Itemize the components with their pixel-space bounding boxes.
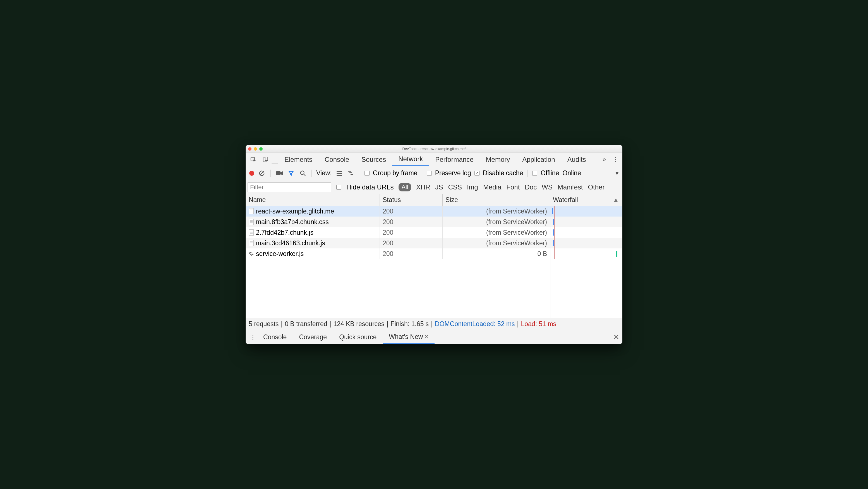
preserve-log-checkbox[interactable] (427, 171, 432, 176)
gear-icon (249, 251, 254, 256)
inspect-element-icon[interactable] (247, 156, 259, 163)
device-toolbar-icon[interactable] (259, 156, 272, 163)
filter-type-all[interactable]: All (399, 183, 411, 192)
drawer-tab-coverage[interactable]: Coverage (293, 330, 333, 344)
camera-icon[interactable] (275, 171, 284, 176)
titlebar: DevTools - react-sw-example.glitch.me/ (246, 145, 622, 153)
status-requests: 5 requests (249, 320, 279, 328)
large-rows-icon[interactable] (335, 171, 344, 176)
request-size: (from ServiceWorker) (443, 206, 550, 217)
main-tab-bar: ElementsConsoleSourcesNetworkPerformance… (246, 153, 622, 166)
tab-performance[interactable]: Performance (429, 153, 479, 166)
hide-data-urls-label: Hide data URLs (346, 183, 394, 191)
filter-type-manifest[interactable]: Manifest (558, 183, 583, 191)
request-status: 200 (380, 238, 443, 249)
tab-elements[interactable]: Elements (278, 153, 318, 166)
drawer-tab-quick-source[interactable]: Quick source (333, 330, 383, 344)
status-finish: Finish: 1.65 s (391, 320, 429, 328)
search-icon[interactable] (299, 170, 307, 176)
column-name[interactable]: Name (246, 194, 380, 206)
filter-type-media[interactable]: Media (483, 183, 501, 191)
sort-indicator-icon: ▲ (613, 196, 619, 204)
request-size: 0 B (443, 249, 550, 259)
filter-type-css[interactable]: CSS (448, 183, 462, 191)
close-icon[interactable]: × (425, 333, 428, 341)
filter-type-ws[interactable]: WS (542, 183, 553, 191)
status-transferred: 0 B transferred (285, 320, 327, 328)
svg-rect-5 (276, 171, 280, 175)
throttling-select[interactable]: Online (562, 169, 581, 177)
status-resources: 124 KB resources (334, 320, 384, 328)
svg-line-7 (304, 174, 305, 175)
waterfall-view-icon[interactable] (347, 171, 355, 176)
record-button[interactable] (249, 171, 254, 176)
drawer-close-button[interactable]: ✕ (613, 333, 619, 342)
tab-console[interactable]: Console (318, 153, 355, 166)
request-size: (from ServiceWorker) (443, 217, 550, 227)
svg-line-4 (260, 171, 264, 175)
svg-rect-9 (337, 173, 342, 174)
file-icon (249, 219, 254, 225)
table-row[interactable]: react-sw-example.glitch.me200(from Servi… (246, 206, 622, 217)
filter-type-other[interactable]: Other (588, 183, 604, 191)
svg-rect-10 (337, 175, 342, 176)
tab-audits[interactable]: Audits (561, 153, 592, 166)
request-size: (from ServiceWorker) (443, 227, 550, 238)
request-name: main.8fb3a7b4.chunk.css (256, 218, 329, 226)
view-label: View: (316, 169, 332, 177)
tab-application[interactable]: Application (516, 153, 561, 166)
table-row[interactable]: service-worker.js2000 B (246, 249, 622, 259)
filter-type-doc[interactable]: Doc (525, 183, 537, 191)
table-row[interactable]: main.8fb3a7b4.chunk.css200(from ServiceW… (246, 217, 622, 227)
tab-network[interactable]: Network (392, 153, 429, 166)
svg-rect-8 (337, 171, 342, 172)
request-table: react-sw-example.glitch.me200(from Servi… (246, 206, 622, 318)
status-bar: 5 requests | 0 B transferred | 124 KB re… (246, 318, 622, 330)
column-size[interactable]: Size (443, 194, 550, 206)
svg-rect-2 (265, 157, 268, 161)
disable-cache-checkbox[interactable] (474, 171, 479, 176)
disable-cache-label: Disable cache (483, 169, 523, 177)
file-icon (249, 229, 254, 235)
request-status: 200 (380, 227, 443, 238)
file-icon (249, 240, 254, 246)
settings-kebab-icon[interactable]: ⋮ (610, 156, 621, 163)
offline-checkbox[interactable] (532, 171, 537, 176)
filter-type-xhr[interactable]: XHR (416, 183, 430, 191)
drawer-tab-console[interactable]: Console (257, 330, 293, 344)
tab-memory[interactable]: Memory (480, 153, 516, 166)
request-name: react-sw-example.glitch.me (256, 208, 334, 215)
window-title: DevTools - react-sw-example.glitch.me/ (246, 147, 622, 151)
hide-data-urls-checkbox[interactable] (336, 185, 341, 190)
request-waterfall (550, 249, 622, 259)
table-row[interactable]: main.3cd46163.chunk.js200(from ServiceWo… (246, 238, 622, 249)
drawer-tab-what-s-new[interactable]: What's New × (383, 330, 434, 344)
filter-input[interactable] (248, 182, 331, 192)
drawer-kebab-icon[interactable]: ⋮ (249, 334, 257, 341)
filter-type-js[interactable]: JS (435, 183, 443, 191)
column-status[interactable]: Status (380, 194, 443, 206)
throttling-dropdown-icon[interactable]: ▾ (615, 169, 619, 177)
request-waterfall (550, 217, 622, 227)
request-name: main.3cd46163.chunk.js (256, 239, 325, 247)
column-waterfall[interactable]: Waterfall ▲ (550, 194, 622, 206)
network-toolbar: View: Group by frame Preserve log Disabl… (246, 166, 622, 180)
request-name: 2.7fdd42b7.chunk.js (256, 229, 313, 236)
request-status: 200 (380, 206, 443, 217)
table-row[interactable]: 2.7fdd42b7.chunk.js200(from ServiceWorke… (246, 227, 622, 238)
request-status: 200 (380, 249, 443, 259)
column-waterfall-label: Waterfall (553, 196, 578, 204)
devtools-window: DevTools - react-sw-example.glitch.me/ E… (246, 145, 622, 344)
overflow-tabs-button[interactable]: » (599, 156, 610, 163)
group-by-frame-checkbox[interactable] (365, 171, 370, 176)
status-load: Load: 51 ms (521, 320, 556, 328)
tab-sources[interactable]: Sources (355, 153, 392, 166)
clear-button[interactable] (258, 170, 266, 176)
filter-icon[interactable] (287, 170, 295, 176)
table-header: Name Status Size Waterfall ▲ (246, 194, 622, 206)
filter-type-img[interactable]: Img (467, 183, 478, 191)
file-icon (249, 208, 254, 214)
svg-rect-13 (350, 174, 353, 175)
filter-type-font[interactable]: Font (506, 183, 520, 191)
svg-rect-11 (348, 171, 351, 172)
